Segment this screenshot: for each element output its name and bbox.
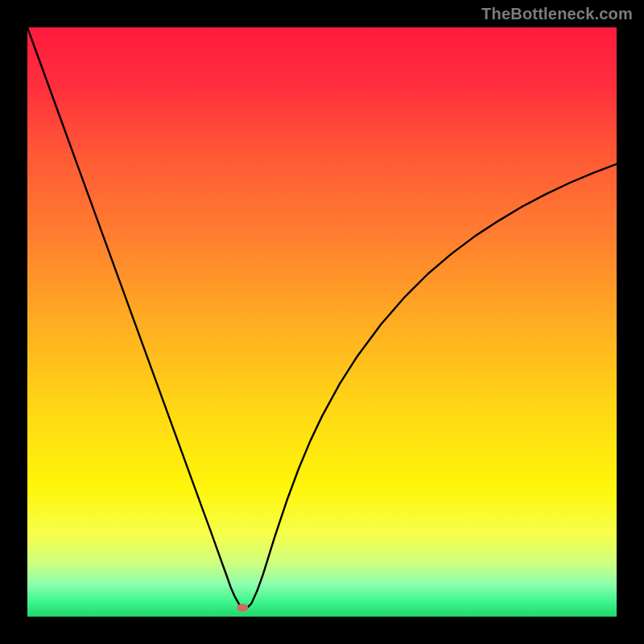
plot-area <box>27 27 617 617</box>
outer-frame: TheBottleneck.com <box>0 0 644 644</box>
watermark-text: TheBottleneck.com <box>481 5 633 23</box>
optimum-marker <box>237 604 248 612</box>
gradient-background <box>27 27 617 617</box>
chart-svg <box>27 27 617 617</box>
